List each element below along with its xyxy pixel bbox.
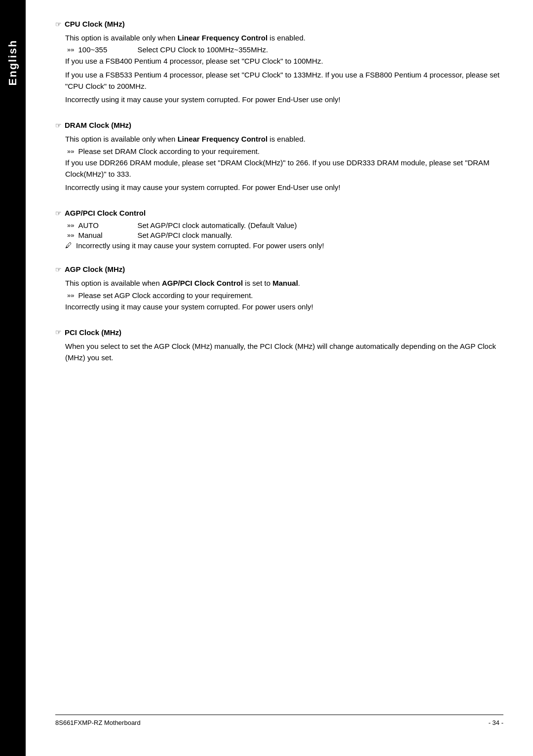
cursor-icon-agp-pci: ☞	[55, 209, 62, 217]
bullet-arrow-dram-1: »»	[67, 148, 74, 155]
section-dram-clock: ☞ DRAM Clock (MHz) This option is availa…	[55, 121, 503, 195]
dram-clock-title: DRAM Clock (MHz)	[65, 121, 131, 129]
agp-pci-bullet-desc-auto: Set AGP/PCI clock automatically. (Defaul…	[137, 221, 503, 229]
bullet-arrow-agp-manual: »»	[67, 231, 74, 239]
agp-pci-bullet-desc-manual: Set AGP/PCI clock manually.	[137, 231, 503, 239]
cpu-bullet-1: »» 100~355 Select CPU Clock to 100MHz~35…	[65, 45, 503, 54]
section-title-agp-pci: ☞ AGP/PCI Clock Control	[55, 209, 503, 217]
agp-pci-bullet-manual: »» Manual Set AGP/PCI clock manually.	[65, 231, 503, 239]
sidebar: English	[0, 0, 26, 756]
section-body-agp-pci: »» AUTO Set AGP/PCI clock automatically.…	[55, 221, 503, 250]
agp-pci-title: AGP/PCI Clock Control	[65, 209, 146, 217]
cpu-para-1: This option is available only when Linea…	[65, 32, 503, 43]
bullet-arrow-agp-1: »»	[67, 292, 74, 299]
agp-pci-bullet-value-manual: Manual	[78, 231, 137, 239]
main-content: ☞ CPU Clock (MHz) This option is availab…	[26, 0, 533, 756]
pci-clock-title: PCI Clock (MHz)	[65, 328, 121, 337]
agp-pci-warning: 🖊︎ Incorrectly using it may cause your s…	[65, 241, 503, 250]
agp-pci-bullet-auto: »» AUTO Set AGP/PCI clock automatically.…	[65, 221, 503, 229]
agp-para-2: Incorrectly using it may cause your syst…	[65, 301, 503, 312]
cpu-para-3: If you use a FSB533 Pentium 4 processor,…	[65, 69, 503, 92]
footer-page: - 34 -	[489, 719, 503, 726]
section-agp-pci-clock: ☞ AGP/PCI Clock Control »» AUTO Set AGP/…	[55, 209, 503, 251]
section-body-pci-clock: When you select to set the AGP Clock (MH…	[55, 340, 503, 364]
agp-bold-2: Manual	[272, 279, 298, 287]
section-title-agp-clock: ☞ AGP Clock (MHz)	[55, 265, 503, 273]
cpu-para-4: Incorrectly using it may cause your syst…	[65, 94, 503, 105]
agp-bold-1: AGP/PCI Clock Control	[162, 279, 243, 287]
cursor-icon-cpu: ☞	[55, 20, 62, 28]
pci-para-1: When you select to set the AGP Clock (MH…	[65, 340, 503, 364]
cpu-para-2: If you use a FSB400 Pentium 4 processor,…	[65, 55, 503, 67]
section-title-pci-clock: ☞ PCI Clock (MHz)	[55, 328, 503, 337]
section-body-dram-clock: This option is available only when Linea…	[55, 133, 503, 193]
agp-clock-title: AGP Clock (MHz)	[65, 265, 125, 273]
bullet-arrow-1: »»	[67, 46, 74, 53]
cursor-icon-pci: ☞	[55, 328, 62, 336]
section-title-cpu-clock: ☞ CPU Clock (MHz)	[55, 20, 503, 28]
warning-icon-agp-pci: 🖊︎	[65, 241, 72, 249]
page-spacer	[55, 379, 503, 715]
page-footer: 8S661FXMP-RZ Motherboard - 34 -	[55, 715, 503, 726]
sidebar-label: English	[6, 39, 19, 85]
agp-bullet-desc-1: Please set AGP Clock according to your r…	[78, 291, 503, 300]
agp-pci-bullet-value-auto: AUTO	[78, 221, 137, 229]
cpu-bullet-desc-1: Select CPU Clock to 100MHz~355MHz.	[137, 45, 503, 54]
cursor-icon-dram: ☞	[55, 121, 62, 129]
agp-para-1: This option is available when AGP/PCI Cl…	[65, 277, 503, 289]
cpu-clock-title: CPU Clock (MHz)	[65, 20, 125, 28]
cpu-bullet-value-1: 100~355	[78, 45, 137, 54]
agp-bullet-1: »» Please set AGP Clock according to you…	[65, 291, 503, 300]
agp-pci-warning-text: Incorrectly using it may cause your syst…	[76, 241, 324, 250]
dram-bullet-1: »» Please set DRAM Clock according to yo…	[65, 147, 503, 155]
section-body-agp-clock: This option is available when AGP/PCI Cl…	[55, 277, 503, 312]
section-agp-clock: ☞ AGP Clock (MHz) This option is availab…	[55, 265, 503, 314]
section-cpu-clock: ☞ CPU Clock (MHz) This option is availab…	[55, 20, 503, 107]
dram-para-3: Incorrectly using it may cause your syst…	[65, 182, 503, 193]
section-body-cpu-clock: This option is available only when Linea…	[55, 32, 503, 105]
dram-para-1: This option is available only when Linea…	[65, 133, 503, 145]
dram-bullet-desc-1: Please set DRAM Clock according to your …	[78, 147, 503, 155]
section-pci-clock: ☞ PCI Clock (MHz) When you select to set…	[55, 328, 503, 366]
section-title-dram-clock: ☞ DRAM Clock (MHz)	[55, 121, 503, 129]
cursor-icon-agp: ☞	[55, 265, 62, 273]
dram-para-2: If you use DDR266 DRAM module, please se…	[65, 157, 503, 180]
bullet-arrow-agp-auto: »»	[67, 222, 74, 229]
cpu-bold-1: Linear Frequency Control	[178, 34, 268, 42]
dram-bold-1: Linear Frequency Control	[178, 135, 268, 143]
footer-model: 8S661FXMP-RZ Motherboard	[55, 719, 141, 726]
